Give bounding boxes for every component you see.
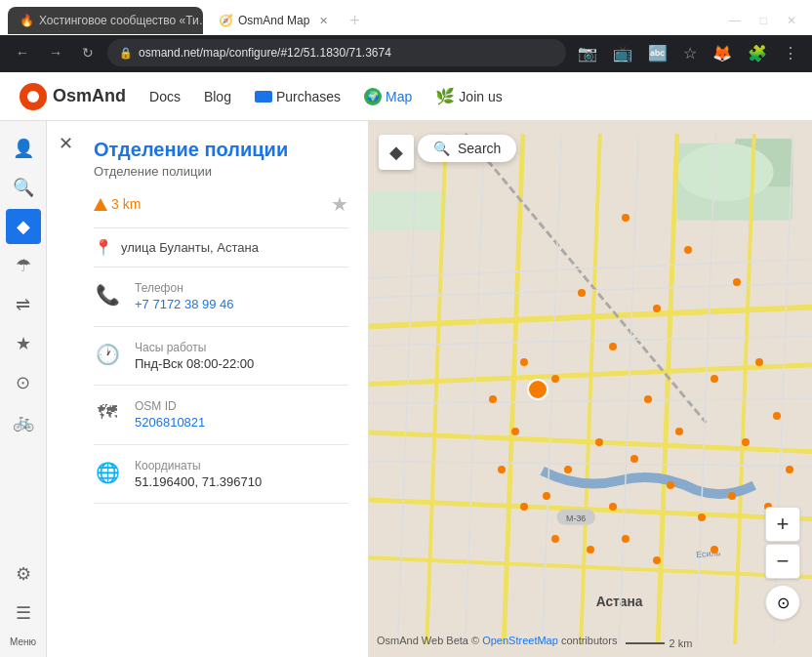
- nav-blog[interactable]: Blog: [204, 89, 231, 104]
- nav-docs[interactable]: Docs: [149, 89, 181, 104]
- osm-value[interactable]: 5206810821: [135, 415, 205, 430]
- search-icon: 🔍: [433, 141, 450, 156]
- map-dot-14[interactable]: [630, 455, 638, 463]
- favorite-button[interactable]: ★: [331, 192, 348, 216]
- nav-map[interactable]: 🌍 Map: [364, 88, 412, 105]
- map-dot-31[interactable]: [511, 428, 519, 435]
- tab-2[interactable]: 🧭 OsmAnd Map ✕: [207, 7, 340, 34]
- map-dot-9[interactable]: [710, 375, 718, 383]
- refresh-button[interactable]: ↻: [76, 43, 100, 62]
- map-dot-11[interactable]: [773, 412, 781, 420]
- maximize-button[interactable]: □: [760, 14, 767, 27]
- tab-2-close[interactable]: ✕: [319, 15, 328, 27]
- compass-icon: ⊙: [777, 594, 790, 612]
- map-dot-15[interactable]: [595, 438, 603, 446]
- map-dot-3[interactable]: [578, 289, 586, 297]
- nav-join[interactable]: 🌿 Join us: [435, 87, 502, 105]
- puzzle-icon[interactable]: 🧩: [744, 42, 771, 64]
- map-dot-32[interactable]: [489, 395, 497, 403]
- sidebar-icon-weather[interactable]: ☂: [6, 248, 41, 283]
- compass-button[interactable]: ⊙: [765, 585, 800, 620]
- map-dot-18[interactable]: [609, 503, 617, 511]
- svg-point-3: [677, 144, 774, 201]
- sidebar-icon-favorites[interactable]: ★: [6, 326, 41, 361]
- map-dot-20[interactable]: [698, 513, 706, 521]
- map-dot-29[interactable]: [520, 503, 528, 511]
- osm-link[interactable]: OpenStreetMap: [482, 635, 558, 646]
- map-dot-6[interactable]: [551, 375, 559, 383]
- map-dot-13[interactable]: [675, 428, 683, 435]
- window-controls: — □ ✕: [729, 14, 804, 27]
- phone-label: Телефон: [135, 281, 234, 295]
- map-dot-7[interactable]: [527, 379, 548, 400]
- sidebar-icon-layers[interactable]: ◆: [6, 209, 41, 244]
- map-dot-17[interactable]: [543, 492, 550, 500]
- map-area[interactable]: М-36 Астана Есиль ◆ 🔍 Search: [369, 121, 812, 657]
- tab-1-title: Хостинговое сообщество «Ти…: [39, 14, 203, 27]
- camera-icon[interactable]: 📷: [574, 42, 601, 64]
- layers-fab-button[interactable]: ◆: [379, 135, 414, 170]
- address-bar[interactable]: 🔒 osmand.net/map/configure/#12/51.1830/7…: [107, 39, 566, 66]
- map-dot-23[interactable]: [786, 466, 793, 473]
- toolbar-icons: 📷 📺 🔤 ☆ 🦊 🧩 ⋮: [574, 42, 802, 64]
- tab-1[interactable]: 🔥 Хостинговое сообщество «Ти… ✕: [8, 7, 203, 34]
- map-dot-12[interactable]: [742, 438, 750, 446]
- map-dot-2[interactable]: [733, 278, 741, 286]
- zoom-in-button[interactable]: +: [765, 507, 800, 542]
- more-icon[interactable]: ⋮: [779, 42, 802, 64]
- map-svg: М-36 Астана Есиль: [369, 121, 812, 657]
- distance-badge: 3 km: [94, 196, 141, 212]
- sidebar-icon-search[interactable]: 🔍: [6, 170, 41, 205]
- coords-content: Координаты 51.196400, 71.396710: [135, 459, 262, 489]
- new-tab-button[interactable]: +: [344, 11, 366, 31]
- zoom-out-button[interactable]: −: [765, 544, 800, 579]
- sidebar-icon-route[interactable]: ⇌: [6, 287, 41, 322]
- scale-line: [626, 642, 665, 644]
- minimize-button[interactable]: —: [729, 14, 741, 27]
- clock-icon: 🕐: [94, 343, 121, 366]
- map-dot-21[interactable]: [728, 492, 736, 500]
- svg-rect-4: [369, 191, 446, 229]
- map-dot-26[interactable]: [622, 535, 629, 543]
- svg-text:М-36: М-36: [566, 513, 586, 523]
- cast-icon[interactable]: 📺: [609, 42, 636, 64]
- profile-icon[interactable]: 🦊: [709, 42, 736, 64]
- map-dot-33[interactable]: [520, 358, 528, 366]
- sidebar-icon-user[interactable]: 👤: [6, 131, 41, 166]
- map-dot-30[interactable]: [498, 466, 506, 473]
- phone-value[interactable]: +7 7172 38 99 46: [135, 297, 234, 311]
- map-dot-27[interactable]: [587, 546, 594, 554]
- map-dot-8[interactable]: [644, 395, 652, 403]
- map-dot-1[interactable]: [684, 246, 692, 254]
- sidebar-icon-pin[interactable]: ⊙: [6, 365, 41, 400]
- osm-label: OSM ID: [135, 399, 205, 413]
- zoom-controls: + −: [765, 507, 800, 579]
- map-dot-5[interactable]: [609, 343, 617, 350]
- scale-bar: 2 km: [626, 637, 692, 649]
- back-button[interactable]: ←: [10, 43, 35, 62]
- sidebar-icon-settings[interactable]: ⚙: [6, 556, 41, 592]
- browser-chrome: 🔥 Хостинговое сообщество «Ти… ✕ 🧭 OsmAnd…: [0, 0, 812, 72]
- purchases-icon: [255, 91, 272, 103]
- map-dot-28[interactable]: [551, 535, 559, 543]
- translate-icon[interactable]: 🔤: [644, 42, 671, 64]
- nav-join-label: Join us: [459, 89, 502, 104]
- bookmark-icon[interactable]: ☆: [679, 42, 701, 64]
- map-dot-10[interactable]: [755, 358, 763, 366]
- map-dot-25[interactable]: [653, 556, 661, 564]
- map-dot-24[interactable]: [710, 546, 718, 554]
- forward-button[interactable]: →: [43, 43, 68, 62]
- close-window-button[interactable]: ✕: [787, 14, 796, 27]
- sidebar-icon-menu[interactable]: ☰: [6, 595, 41, 631]
- map-dot-4[interactable]: [653, 305, 661, 312]
- map-dot-0[interactable]: [622, 214, 629, 222]
- map-dot-16[interactable]: [564, 466, 572, 473]
- nav-map-label: Map: [386, 89, 412, 104]
- map-dot-19[interactable]: [667, 481, 674, 489]
- search-bar[interactable]: 🔍 Search: [418, 135, 516, 162]
- sidebar-icon-bike[interactable]: 🚲: [6, 404, 41, 439]
- close-panel-button[interactable]: ✕: [59, 133, 73, 154]
- tab-1-favicon: 🔥: [20, 14, 33, 27]
- nav-purchases[interactable]: Purchases: [255, 89, 341, 104]
- tab-2-title: OsmAnd Map: [238, 14, 309, 27]
